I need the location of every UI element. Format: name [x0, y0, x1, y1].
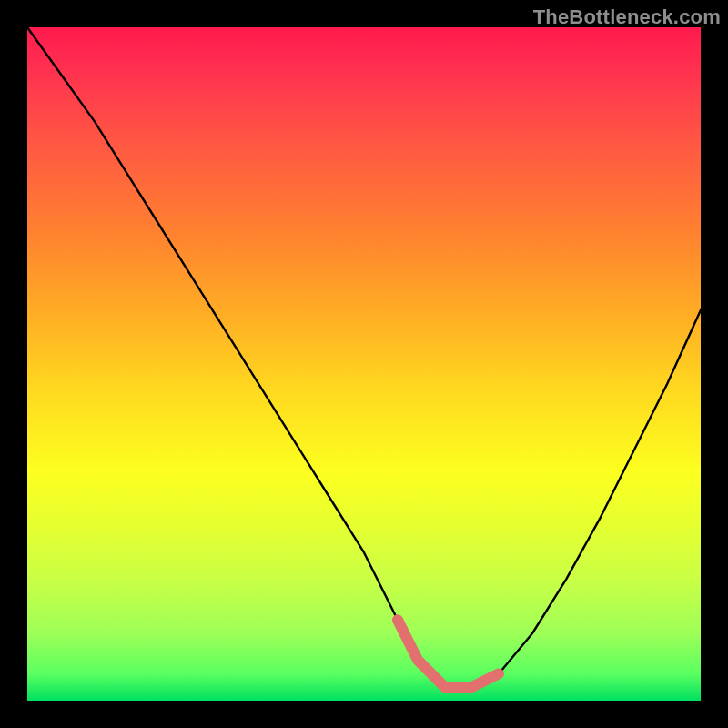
chart-frame: TheBottleneck.com: [0, 0, 728, 728]
optimal-range-path: [398, 620, 499, 687]
gradient-plot-area: [27, 27, 701, 701]
curve-layer: [27, 27, 701, 701]
watermark-label: TheBottleneck.com: [533, 5, 721, 29]
bottleneck-curve-path: [27, 27, 701, 687]
